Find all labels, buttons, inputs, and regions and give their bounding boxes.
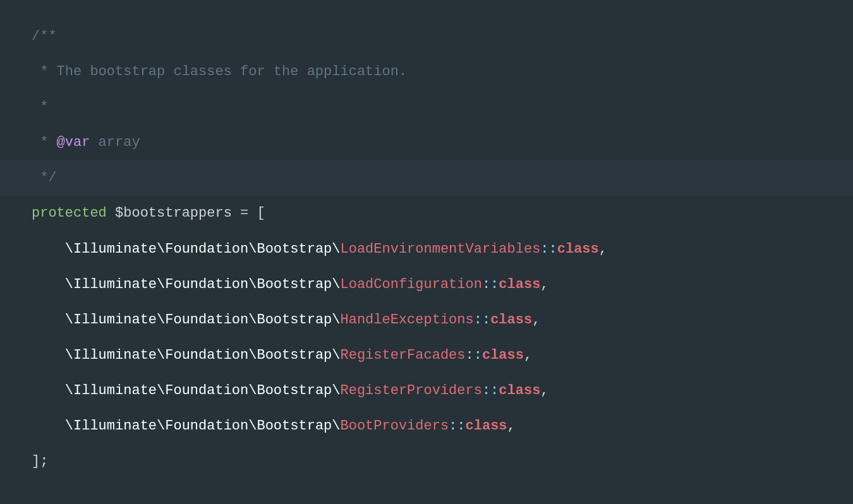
code-editor[interactable]: /** * The bootstrap classes for the appl… [32, 19, 853, 479]
array-item: \Illuminate\Foundation\Bootstrap\LoadCon… [32, 267, 853, 303]
docblock-var: * @var array [32, 125, 853, 160]
declaration-line: protected $bootstrappers = [ [32, 196, 853, 231]
docblock-open: /** [32, 19, 853, 54]
array-item: \Illuminate\Foundation\Bootstrap\HandleE… [32, 303, 853, 338]
docblock-close: */ [0, 160, 853, 196]
array-item: \Illuminate\Foundation\Bootstrap\Registe… [32, 338, 853, 373]
docblock-empty: * [32, 90, 853, 125]
array-item: \Illuminate\Foundation\Bootstrap\LoadEnv… [32, 232, 853, 267]
array-item: \Illuminate\Foundation\Bootstrap\BootPro… [32, 409, 853, 444]
docblock-description: * The bootstrap classes for the applicat… [32, 54, 853, 90]
array-item: \Illuminate\Foundation\Bootstrap\Registe… [32, 373, 853, 409]
close-bracket: ]; [32, 444, 853, 479]
